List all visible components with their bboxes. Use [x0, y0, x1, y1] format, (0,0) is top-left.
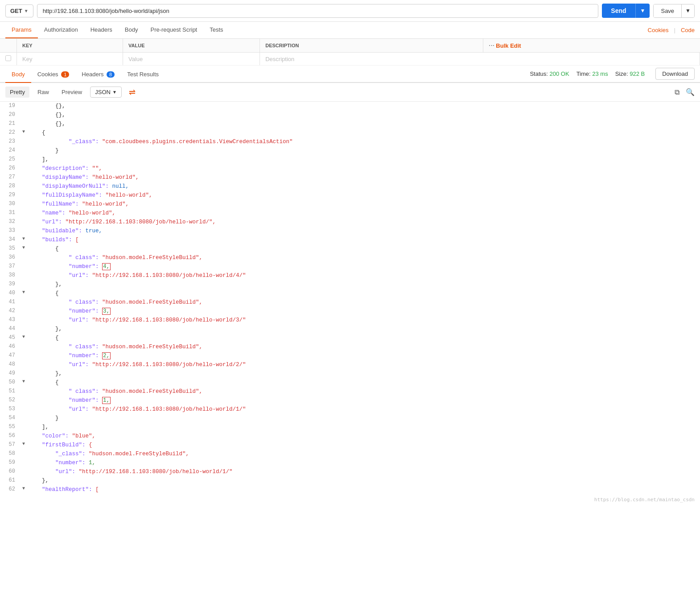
- collapse-arrow-icon[interactable]: ▼: [22, 334, 28, 341]
- json-line: 52 "number": 1,: [0, 396, 700, 405]
- footer-url: https://blog.csdn.net/maintao_csdn: [0, 494, 700, 506]
- json-line: 62▼ "healthReport": [: [0, 485, 700, 494]
- json-line: 20 {},: [0, 111, 700, 120]
- method-chevron-icon: ▼: [24, 8, 29, 13]
- json-line: 37 "number": 4,: [0, 262, 700, 271]
- json-line: 46 " class": "hudson.model.FreeStyleBuil…: [0, 342, 700, 351]
- send-button[interactable]: Send: [602, 4, 635, 18]
- json-line: 19 {},: [0, 102, 700, 111]
- collapse-arrow-icon[interactable]: ▼: [22, 235, 28, 243]
- copy-icon[interactable]: ⧉: [675, 88, 679, 96]
- json-line: 44 },: [0, 325, 700, 334]
- json-line: 59 "number": 1,: [0, 458, 700, 467]
- json-line: 47 "number": 2,: [0, 351, 700, 360]
- tab-params[interactable]: Params: [5, 22, 38, 38]
- json-line: 57▼ "firstBuild": {: [0, 441, 700, 449]
- json-line: 36 " class": "hudson.model.FreeStyleBuil…: [0, 253, 700, 262]
- tab-headers[interactable]: Headers: [84, 22, 119, 38]
- tab-response-body[interactable]: Body: [5, 66, 31, 83]
- tab-test-results[interactable]: Test Results: [121, 66, 165, 83]
- params-col-actions: ··· Bulk Edit: [483, 39, 700, 53]
- collapse-arrow-icon[interactable]: ▼: [22, 441, 28, 448]
- params-row-checkbox[interactable]: [5, 55, 11, 61]
- json-line: 31 "name": "hello-world",: [0, 209, 700, 218]
- tab-authorization[interactable]: Authorization: [38, 22, 84, 38]
- params-row-value[interactable]: Value: [123, 53, 260, 66]
- params-col-value: VALUE: [123, 39, 260, 53]
- bulk-edit-button[interactable]: Bulk Edit: [496, 42, 521, 49]
- json-line: 28 "displayNameOrNull": null,: [0, 182, 700, 191]
- request-tabs: Params Authorization Headers Body Pre-re…: [0, 22, 700, 39]
- tab-response-cookies[interactable]: Cookies 1: [31, 66, 76, 83]
- json-line: 61 },: [0, 476, 700, 485]
- json-line: 25 ],: [0, 155, 700, 164]
- search-icon[interactable]: 🔍: [686, 88, 695, 96]
- download-button[interactable]: Download: [655, 68, 695, 80]
- json-line: 27 "displayName": "hello-world",: [0, 173, 700, 182]
- code-link[interactable]: Code: [681, 27, 695, 33]
- tab-pre-request-script[interactable]: Pre-request Script: [144, 22, 203, 38]
- params-table: KEY VALUE DESCRIPTION ··· Bulk Edit Key …: [0, 39, 700, 66]
- json-line: 39 },: [0, 280, 700, 289]
- send-dropdown-button[interactable]: ▼: [635, 4, 650, 18]
- format-row: Pretty Raw Preview JSON ▼ ⇌ ⧉ 🔍: [0, 83, 700, 102]
- params-empty-row: Key Value Description: [0, 53, 700, 66]
- tab-tests[interactable]: Tests: [203, 22, 229, 38]
- json-line: 42 "number": 3,: [0, 307, 700, 316]
- tab-body[interactable]: Body: [119, 22, 144, 38]
- json-line: 50▼ {: [0, 378, 700, 387]
- status-bar: Status: 200 OK Time: 23 ms Size: 922 B D…: [530, 68, 695, 80]
- save-button[interactable]: Save: [654, 4, 681, 17]
- url-input[interactable]: [37, 4, 599, 18]
- json-line: 26 "description": "",: [0, 164, 700, 173]
- json-line: 51 " class": "hudson.model.FreeStyleBuil…: [0, 387, 700, 396]
- format-type-dropdown[interactable]: JSON ▼: [90, 87, 122, 98]
- status-label: Status: 200 OK: [530, 70, 569, 77]
- size-label: Size: 922 B: [615, 70, 645, 77]
- status-value: 200 OK: [550, 70, 569, 77]
- params-more-button[interactable]: ···: [489, 41, 494, 49]
- collapse-arrow-icon[interactable]: ▼: [22, 378, 28, 385]
- collapse-arrow-icon[interactable]: ▼: [22, 485, 28, 492]
- format-pretty-button[interactable]: Pretty: [5, 87, 29, 98]
- format-raw-button[interactable]: Raw: [33, 87, 54, 98]
- tab-response-headers[interactable]: Headers 8: [75, 66, 121, 83]
- params-row-check: [0, 53, 17, 66]
- save-button-group: Save ▼: [653, 4, 695, 18]
- params-col-check: [0, 39, 17, 53]
- json-line: 35▼ {: [0, 244, 700, 253]
- json-line: 33 "buildable": true,: [0, 227, 700, 235]
- cookies-badge: 1: [61, 71, 69, 78]
- json-line: 58 "_class": "hudson.model.FreeStyleBuil…: [0, 449, 700, 458]
- json-line: 29 "fullDisplayName": "hello-world",: [0, 191, 700, 200]
- json-line: 48 "url": "http://192.168.1.103:8080/job…: [0, 360, 700, 369]
- json-line: 45▼ {: [0, 334, 700, 342]
- json-line: 24 }: [0, 146, 700, 155]
- json-line: 53 "url": "http://192.168.1.103:8080/job…: [0, 405, 700, 414]
- top-bar: GET ▼ Send ▼ Save ▼: [0, 0, 700, 22]
- params-row-key[interactable]: Key: [17, 53, 123, 66]
- save-dropdown-button[interactable]: ▼: [681, 4, 694, 17]
- format-preview-button[interactable]: Preview: [57, 87, 86, 98]
- wrap-icon[interactable]: ⇌: [129, 87, 136, 97]
- json-line: 21 {},: [0, 120, 700, 128]
- method-label: GET: [10, 8, 22, 14]
- collapse-arrow-icon[interactable]: ▼: [22, 128, 28, 136]
- cookies-link[interactable]: Cookies: [648, 27, 669, 33]
- json-line: 60 "url": "http://192.168.1.103:8080/job…: [0, 467, 700, 476]
- json-line: 23 "_class": "com.cloudbees.plugins.cred…: [0, 137, 700, 146]
- format-type-label: JSON: [95, 89, 111, 95]
- response-tabs-row: Body Cookies 1 Headers 8 Test Results St…: [0, 66, 700, 83]
- time-label: Time: 23 ms: [576, 70, 608, 77]
- headers-badge: 8: [107, 71, 115, 78]
- json-line: 56 "color": "blue",: [0, 432, 700, 441]
- json-line: 55 ],: [0, 423, 700, 432]
- json-line: 54 }: [0, 414, 700, 423]
- json-viewer: 19 {},20 {},21 {},22▼ {23 "_class": "com…: [0, 102, 700, 552]
- params-row-desc[interactable]: Description: [260, 53, 700, 66]
- collapse-arrow-icon[interactable]: ▼: [22, 244, 28, 252]
- collapse-arrow-icon[interactable]: ▼: [22, 289, 28, 296]
- json-line: 40▼ {: [0, 289, 700, 298]
- method-select[interactable]: GET ▼: [5, 4, 33, 17]
- json-line: 49 },: [0, 369, 700, 378]
